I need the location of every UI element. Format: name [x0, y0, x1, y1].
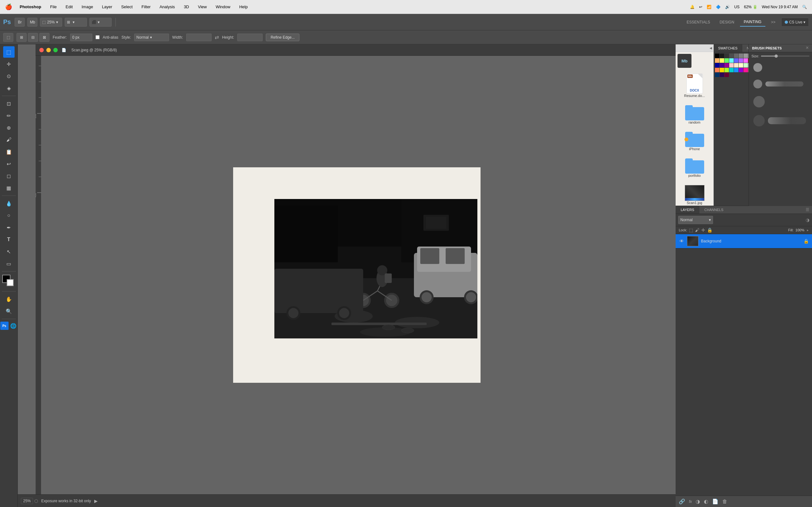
- bluetooth-icon[interactable]: 🔷: [716, 5, 721, 9]
- size-slider[interactable]: [761, 55, 809, 57]
- cs-live-button[interactable]: CS Live ▾: [781, 18, 809, 26]
- workspace-more[interactable]: >>: [767, 18, 779, 26]
- insp-item-portfolio[interactable]: portfolio: [676, 155, 713, 181]
- mini-bridge-btn[interactable]: Mb: [27, 18, 38, 26]
- menu-edit[interactable]: Edit: [64, 4, 74, 10]
- swap-icon[interactable]: ⇄: [215, 34, 219, 40]
- insp-item-random[interactable]: random: [676, 101, 713, 128]
- swatch-gray1[interactable]: [734, 54, 739, 58]
- swatch-g1[interactable]: [724, 58, 729, 63]
- path-selection-btn[interactable]: ↖: [3, 246, 14, 257]
- gradient-tool-btn[interactable]: ▦: [3, 182, 14, 193]
- collapse-arrow[interactable]: ◀: [710, 46, 712, 50]
- swatch-c1[interactable]: [729, 58, 734, 63]
- size-slider-thumb[interactable]: [774, 55, 778, 58]
- menu-window[interactable]: Window: [214, 4, 232, 10]
- status-forward-btn[interactable]: ▶: [94, 498, 98, 504]
- swatch-m1[interactable]: [744, 58, 748, 63]
- swatch-darkturquoise[interactable]: [729, 68, 734, 72]
- swatch-p3[interactable]: [720, 63, 724, 67]
- swatch-rp1[interactable]: [729, 63, 734, 67]
- menu-image[interactable]: Image: [80, 4, 94, 10]
- swatch-dark2[interactable]: [724, 54, 729, 58]
- brush-preview-5[interactable]: [752, 133, 770, 151]
- swatch-darkpurple[interactable]: [720, 72, 724, 77]
- layers-panel-options[interactable]: ☰: [803, 206, 812, 214]
- canvas-content[interactable]: [41, 56, 672, 494]
- volume-icon[interactable]: 🔊: [725, 5, 730, 9]
- clone-stamp-btn[interactable]: 📋: [3, 146, 14, 158]
- marquee-tool-btn[interactable]: ⬚: [3, 46, 14, 58]
- swatch-b1[interactable]: [734, 58, 739, 63]
- refine-edge-button[interactable]: Refine Edge...: [266, 34, 299, 41]
- new-layer-btn[interactable]: 📄: [712, 498, 718, 504]
- arrange-dropdown[interactable]: ⊞ ▾: [65, 18, 87, 26]
- wifi-icon[interactable]: 📶: [707, 5, 711, 9]
- layers-tab[interactable]: LAYERS: [676, 206, 699, 214]
- keyboard-input-icon[interactable]: US: [734, 5, 740, 9]
- swatch-dark3[interactable]: [729, 54, 734, 58]
- shape-tool-btn[interactable]: ▭: [3, 258, 14, 269]
- subtract-selection-btn[interactable]: ⊟: [28, 33, 38, 42]
- window-minimize-btn[interactable]: [46, 48, 51, 52]
- intersect-selection-btn[interactable]: ⊠: [39, 33, 49, 42]
- menu-file[interactable]: File: [49, 4, 58, 10]
- swatch-o1[interactable]: [715, 58, 719, 63]
- swatch-gray2[interactable]: [739, 54, 743, 58]
- layer-style-btn[interactable]: fx: [689, 499, 692, 504]
- pen-tool-btn[interactable]: ✒: [3, 222, 14, 233]
- magic-wand-btn[interactable]: ◈: [3, 82, 14, 94]
- brush-preview-4[interactable]: [752, 114, 807, 128]
- swatch-y1[interactable]: [720, 58, 724, 63]
- layer-visibility-btn[interactable]: 👁: [679, 238, 684, 244]
- color-picker[interactable]: [2, 275, 15, 288]
- menu-filter[interactable]: Filter: [140, 4, 152, 10]
- swatch-darkblue2[interactable]: [715, 72, 719, 77]
- swatch-yp1[interactable]: [739, 63, 743, 67]
- swatch-darkviolet[interactable]: [739, 68, 743, 72]
- swatch-op1[interactable]: [734, 63, 739, 67]
- bridge-btn[interactable]: Br: [14, 18, 25, 26]
- swatch-darkrose[interactable]: [724, 72, 729, 77]
- brush-preview-2[interactable]: [752, 78, 805, 90]
- blur-tool-btn[interactable]: 💧: [3, 198, 14, 209]
- style-dropdown[interactable]: Normal ▾: [134, 34, 169, 41]
- hand-tool-btn[interactable]: ✋: [3, 293, 14, 305]
- zoom-control[interactable]: 25% ⬡: [21, 498, 38, 504]
- menu-3d[interactable]: 3D: [183, 4, 190, 10]
- swatch-dark1[interactable]: [720, 54, 724, 58]
- eraser-tool-btn[interactable]: ◻: [3, 170, 14, 181]
- menu-help[interactable]: Help: [238, 4, 249, 10]
- healing-brush-btn[interactable]: ⊕: [3, 122, 14, 133]
- browser-btn[interactable]: 🌐: [9, 322, 17, 330]
- anti-alias-checkbox[interactable]: [96, 35, 100, 39]
- swatch-m3[interactable]: [724, 63, 729, 67]
- dodge-tool-btn[interactable]: ○: [3, 210, 14, 221]
- notification-icon[interactable]: 🔔: [690, 5, 695, 9]
- brush-tool-btn[interactable]: 🖌: [3, 134, 14, 146]
- menu-photoshop[interactable]: Photoshop: [18, 4, 43, 10]
- width-input[interactable]: [186, 34, 212, 41]
- brush-preview-3[interactable]: [752, 95, 766, 109]
- swatches-tab[interactable]: SWATCHES: [714, 44, 742, 52]
- swatch-b3[interactable]: [715, 63, 719, 67]
- eyedropper-btn[interactable]: ✏: [3, 110, 14, 121]
- background-color[interactable]: [7, 279, 14, 286]
- swatch-coral[interactable]: [715, 68, 719, 72]
- swatch-greenyellow[interactable]: [724, 68, 729, 72]
- insp-item-docx[interactable]: Mb DOCX Resume.do...: [676, 70, 713, 101]
- back-icon[interactable]: ↩: [699, 5, 702, 9]
- zoom-tool-btn[interactable]: 🔍: [3, 305, 14, 317]
- marquee-options-icon[interactable]: ⬚: [3, 33, 13, 42]
- lasso-tool-btn[interactable]: ⊙: [3, 70, 14, 82]
- blend-mode-dropdown[interactable]: Normal ▾: [678, 216, 713, 224]
- ps-app-btn[interactable]: Ps: [0, 322, 9, 330]
- mb-icon-row[interactable]: Mb: [676, 52, 713, 70]
- adjustment-layer-btn[interactable]: ◐: [704, 498, 708, 504]
- spotlight-icon[interactable]: 🔍: [802, 5, 807, 9]
- crop-tool-btn[interactable]: ⊡: [3, 98, 14, 109]
- link-layers-btn[interactable]: 🔗: [679, 498, 685, 504]
- workspace-essentials[interactable]: ESSENTIALS: [683, 18, 714, 26]
- screen-mode-dropdown[interactable]: ⬛ ▾: [90, 18, 112, 26]
- layer-mask-btn[interactable]: ◑: [696, 498, 700, 504]
